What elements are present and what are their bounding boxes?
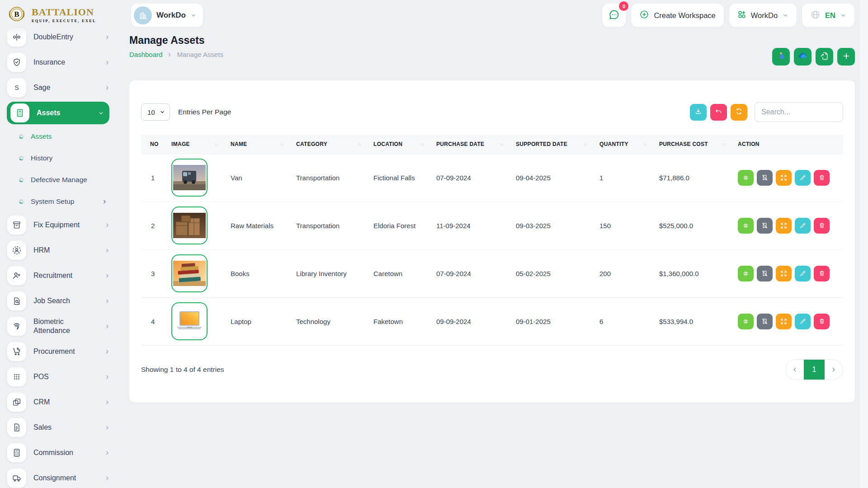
sidebar-item-sage[interactable]: S Sage [0,75,117,100]
sidebar-item-label: Sales [33,423,97,432]
previous-page-button[interactable] [786,360,804,380]
language-selector[interactable]: EN [802,4,854,27]
delete-button[interactable] [814,266,830,282]
column-header-name[interactable]: NAME↑↓ [226,135,292,154]
table-controls: 10 Entries Per Page [141,102,843,122]
sidebar-item-biometric-attendance[interactable]: Biometric Attendance [0,314,117,339]
edit-button[interactable] [795,218,811,234]
barcode-button[interactable] [738,218,754,234]
current-page-button[interactable]: 1 [804,360,825,380]
sidebar-item-commission[interactable]: Commission [0,440,117,465]
column-header-category[interactable]: CATEGORY↑↓ [292,135,369,154]
column-header-purchase-date[interactable]: PURCHASE DATE↑↓ [432,135,511,154]
sidebar-item-assets[interactable]: Assets [7,102,109,124]
scrollbar-track[interactable] [859,0,868,488]
sort-icon[interactable]: ↑↓ [280,141,283,146]
search-input[interactable] [755,102,843,122]
breadcrumb: Dashboard Manage Assets [129,51,223,58]
expand-button[interactable] [776,266,792,282]
sort-icon[interactable]: ↑↓ [500,141,503,146]
barcode-button[interactable] [738,170,754,186]
workdo-apps-menu[interactable]: WorkDo [729,4,797,27]
column-header-action: ACTION [733,135,843,154]
column-header-location[interactable]: LOCATION↑↓ [369,135,432,154]
bullet-icon [19,156,24,160]
sidebar-subitem-history[interactable]: History [0,147,117,169]
sidebar-item-consignment[interactable]: Consignment [0,465,117,488]
refresh-button[interactable] [731,104,747,121]
sort-icon[interactable]: ↑↓ [420,141,424,146]
chevron-down-icon [840,12,846,19]
sidebar-item-doubleentry[interactable]: DoubleEntry [0,24,117,50]
google-drive-import-button[interactable] [772,48,790,66]
bookmark-off-button[interactable] [757,170,773,186]
table-row: 2 Raw Materials Transportation Eldoria F… [141,202,843,249]
sidebar-item-label: Sage [33,83,97,92]
breadcrumb-dashboard-link[interactable]: Dashboard [129,51,162,58]
sort-icon[interactable]: ↑↓ [214,141,218,146]
sort-icon[interactable]: ↑↓ [357,141,361,146]
messages-button[interactable]: 0 [602,4,626,27]
cell-image [167,297,226,345]
sidebar-item-pos[interactable]: POS [0,364,117,389]
sidebar-item-hrm[interactable]: HRM [0,238,117,263]
cell-name: Laptop [226,297,292,345]
cell-category: Transportation [292,202,369,249]
bookmark-off-button[interactable] [757,266,773,282]
onedrive-import-button[interactable] [794,48,811,66]
books-photo[interactable] [171,254,208,292]
sidebar-item-recruitment[interactable]: Recruitment [0,263,117,288]
sort-icon[interactable]: ↑↓ [643,141,646,146]
workspace-switcher[interactable]: WorkDo [131,4,203,27]
sidebar-item-job-search[interactable]: Job Search [0,288,117,314]
edit-button[interactable] [795,170,811,186]
van-photo[interactable] [171,159,208,197]
sidebar-subitem-defective-manage[interactable]: Defective Manage [0,169,117,191]
barcode-button[interactable] [738,266,754,282]
person-focus-icon [7,241,26,260]
laptop-photo[interactable] [171,302,208,340]
bookmark-off-button[interactable] [757,218,773,234]
column-header-image[interactable]: IMAGE↑↓ [167,135,226,154]
sidebar-item-sales[interactable]: Sales [0,415,117,440]
entries-per-page-select[interactable]: 10 [141,103,170,121]
main-area: WorkDo 0 Create Workspace WorkDo EN Mana… [117,0,868,488]
edit-button[interactable] [795,266,811,282]
chevron-down-icon [98,110,104,116]
expand-button[interactable] [776,170,792,186]
export-download-button[interactable] [690,104,707,121]
sidebar-subitem-system-setup[interactable]: System Setup [0,191,117,212]
breadcrumb-current: Manage Assets [177,51,223,58]
add-asset-button[interactable] [837,48,855,66]
sidebar-item-crm[interactable]: CRM [0,389,117,415]
sort-icon[interactable]: ↑↓ [583,141,587,146]
column-header-quantity[interactable]: QUANTITY↑↓ [595,135,655,154]
brand-logo[interactable]: B BATTALION EQUIP, EXECUTE, EXEL [6,4,96,26]
delete-button[interactable] [814,314,830,329]
expand-button[interactable] [776,314,792,329]
column-header-supported-date[interactable]: SUPPORTED DATE↑↓ [511,135,595,154]
boxes-photo[interactable] [171,206,208,244]
cell-name: Raw Materials [226,202,292,249]
reset-filters-button[interactable] [710,104,727,121]
bookmark-off-button[interactable] [757,314,773,329]
sidebar-subitem-assets[interactable]: Assets [0,126,117,147]
chevron-down-icon [190,12,197,19]
assets-table-card: 10 Entries Per Page NO IM [129,80,855,403]
export-file-button[interactable] [816,48,833,66]
edit-button[interactable] [795,314,811,329]
sidebar-item-fix-equipment[interactable]: Fix Equipment [0,212,117,238]
create-workspace-button[interactable]: Create Workspace [631,4,723,27]
sidebar-item-procurement[interactable]: Procurement [0,339,117,364]
next-page-button[interactable] [825,360,843,380]
delete-button[interactable] [814,170,830,186]
cell-action [733,202,843,249]
column-header-purchase-cost[interactable]: PURCHASE COST↑↓ [655,135,733,154]
create-workspace-label: Create Workspace [654,11,715,20]
sidebar-item-insurance[interactable]: Insurance [0,50,117,75]
delete-button[interactable] [814,218,830,234]
barcode-button[interactable] [738,314,754,329]
expand-button[interactable] [776,218,792,234]
chevron-right-icon [104,450,110,456]
sort-icon[interactable]: ↑↓ [722,141,725,146]
